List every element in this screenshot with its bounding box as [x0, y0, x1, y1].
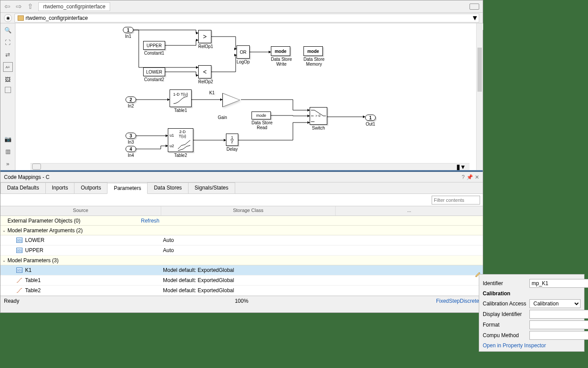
list-tool[interactable]: ▥	[3, 146, 13, 156]
snapshot-tool[interactable]: 📷	[3, 134, 13, 144]
tab-outports[interactable]: Outports	[74, 182, 107, 193]
table-row[interactable]: Table2 Model default: ExportedGlobal	[0, 286, 483, 296]
block-constant2[interactable]: LOWER Constant2	[143, 67, 165, 82]
help-icon[interactable]: ?	[462, 174, 465, 180]
scrollbar-v[interactable]	[476, 23, 483, 170]
table-row[interactable]: 101UPPER Auto	[0, 245, 483, 256]
display-identifier-label: Display Identifier	[483, 311, 527, 317]
back-button[interactable]: ⇦	[2, 2, 12, 11]
left-toolbar: 🔍 ⛶ ⇄ A≡ 🖼 📷 ▥ »	[0, 23, 15, 170]
model-tab[interactable]: rtwdemo_configrpinterface	[38, 2, 110, 11]
scrollbar-h[interactable]: ▮▾	[456, 164, 470, 170]
box-tool[interactable]	[5, 87, 11, 93]
status-bar: Ready 100% FixedStepDiscrete	[0, 296, 483, 305]
property-panel: Identifier Calibration Calibration Acces…	[479, 274, 584, 352]
more-tool[interactable]: »	[3, 159, 13, 168]
block-delay[interactable]: 1 z Delay	[226, 134, 238, 152]
compu-method-field[interactable]	[529, 331, 588, 340]
canvas[interactable]: 1 In1 UPPER Constant1 LOWER Constant2 > …	[15, 23, 476, 170]
simulink-window: ⇦ ⇨ ⇧ rtwdemo_configrpinterface ◉ rtwdem…	[0, 0, 483, 313]
breadcrumb-bar: ◉ rtwdemo_configrpinterface ▼	[0, 13, 483, 23]
block-gain[interactable]: K1 Gain	[222, 93, 240, 120]
format-label: Format	[483, 322, 527, 328]
tab-data-defaults[interactable]: Data Defaults	[0, 182, 46, 193]
param-icon: 101	[16, 268, 22, 273]
status-zoom: 100%	[235, 298, 248, 304]
breadcrumb-dropdown[interactable]: ▼	[471, 14, 478, 22]
tab-inports[interactable]: Inports	[45, 182, 75, 193]
identifier-field[interactable]	[529, 279, 588, 288]
data-browser-icon[interactable]	[32, 164, 41, 170]
model-icon	[18, 15, 24, 21]
chevron-down-icon: ⌄	[2, 258, 7, 263]
calibration-heading: Calibration	[483, 290, 581, 297]
table-row[interactable]: Table1 Model default: ExportedGlobal	[0, 275, 483, 286]
display-identifier-field[interactable]	[529, 310, 588, 319]
lookup2d-icon	[178, 140, 190, 151]
block-relop2[interactable]: < RelOp2	[198, 65, 213, 84]
section-arguments[interactable]: ⌄ Model Parameter Arguments (2)	[0, 226, 483, 235]
section-external[interactable]: External Parameter Objects (0) Refresh	[0, 216, 483, 226]
open-inspector-link[interactable]: Open in Property Inspector	[483, 342, 581, 349]
compu-method-label: Compu Method	[483, 332, 527, 338]
table-row[interactable]: 101LOWER Auto	[0, 235, 483, 245]
identifier-label: Identifier	[483, 280, 527, 286]
block-in4[interactable]: 4 In4	[126, 146, 136, 158]
tab-data-stores[interactable]: Data Stores	[147, 182, 188, 193]
block-dsm[interactable]: mode Data Store Memory	[303, 46, 325, 67]
chevron-down-icon: ⌄	[2, 228, 7, 233]
section-params[interactable]: ⌄ Model Parameters (3)	[0, 256, 483, 265]
param-icon: 101	[16, 238, 22, 243]
filter-bar	[0, 194, 483, 206]
zoom-tool[interactable]: 🔍	[3, 25, 13, 35]
block-relop1[interactable]: > RelOp1	[198, 30, 213, 49]
param-icon: 101	[16, 248, 22, 253]
status-solver[interactable]: FixedStepDiscrete	[436, 298, 479, 304]
image-tool[interactable]: 🖼	[3, 74, 13, 84]
code-mappings-panel: Code Mappings - C ? 📌 ✕ Data Defaults In…	[0, 172, 483, 296]
calibration-access-select[interactable]: Calibration	[529, 299, 581, 308]
grid-header: Source Storage Class ...	[0, 206, 483, 216]
arrows-tool[interactable]: ⇄	[3, 50, 13, 59]
pin-icon[interactable]: 📌	[466, 174, 473, 180]
block-switch[interactable]: > 0 Switch	[310, 107, 327, 130]
canvas-row: 🔍 ⛶ ⇄ A≡ 🖼 📷 ▥ » 1 In1 UPPER Constant1	[0, 23, 483, 170]
code-mappings-header: Code Mappings - C ? 📌 ✕	[0, 172, 483, 182]
annotation-tool[interactable]: A≡	[3, 62, 13, 72]
format-field[interactable]	[529, 320, 588, 329]
block-dsw[interactable]: mode Data Store Write	[271, 46, 292, 67]
block-table1[interactable]: 1-D T(u) Table1	[170, 89, 192, 113]
block-dsr[interactable]: mode Data Store Read	[251, 112, 273, 130]
block-logop[interactable]: OR LogOp	[237, 45, 250, 64]
status-left: Ready	[4, 298, 19, 304]
table-icon	[16, 288, 22, 293]
breadcrumb-text: rtwdemo_configrpinterface	[26, 15, 88, 21]
toolbar: ⇦ ⇨ ⇧ rtwdemo_configrpinterface	[0, 0, 483, 13]
block-constant1[interactable]: UPPER Constant1	[143, 41, 165, 56]
breadcrumb-path[interactable]: rtwdemo_configrpinterface	[15, 14, 479, 22]
block-in1[interactable]: 1 In1	[123, 27, 133, 39]
lookup-curve-icon	[173, 97, 189, 104]
code-mappings-tabs: Data Defaults Inports Outports Parameter…	[0, 182, 483, 194]
fit-tool[interactable]: ⛶	[3, 37, 13, 47]
up-button[interactable]: ⇧	[25, 2, 35, 11]
filter-input[interactable]	[432, 196, 480, 204]
model-browser-toggle[interactable]: ◉	[4, 14, 12, 22]
forward-button[interactable]: ⇨	[14, 2, 23, 11]
close-icon[interactable]: ✕	[475, 174, 479, 180]
table-row[interactable]: 101K1 Model default: ExportedGlobal	[0, 265, 483, 275]
tab-signals-states[interactable]: Signals/States	[188, 182, 235, 193]
block-in3[interactable]: 3 In3	[126, 133, 136, 145]
canvas-bottom-bar: ▮▾	[30, 163, 470, 170]
block-out1[interactable]: 1 Out1	[365, 115, 376, 126]
calibration-access-label: Calibration Access	[483, 301, 527, 307]
refresh-link[interactable]: Refresh	[141, 218, 159, 224]
block-table2[interactable]: u1 u2 2-D T(u) Table2	[168, 128, 193, 158]
block-in2[interactable]: 2 In2	[126, 97, 136, 108]
keyboard-icon	[470, 4, 479, 10]
table-icon	[16, 278, 22, 283]
tab-parameters[interactable]: Parameters	[107, 183, 148, 194]
